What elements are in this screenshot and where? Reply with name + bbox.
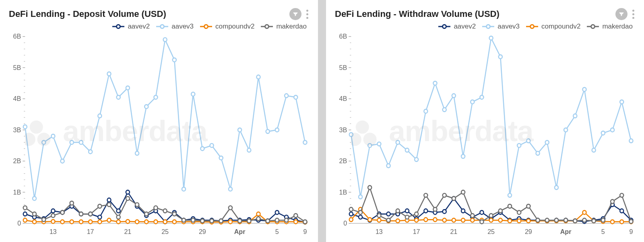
data-point[interactable]	[396, 219, 400, 223]
data-point[interactable]	[471, 218, 474, 222]
data-point[interactable]	[256, 75, 260, 79]
data-point[interactable]	[620, 100, 623, 104]
data-point[interactable]	[219, 156, 223, 160]
data-point[interactable]	[443, 193, 446, 197]
data-point[interactable]	[564, 218, 568, 222]
data-point[interactable]	[489, 36, 493, 40]
data-point[interactable]	[517, 211, 521, 215]
data-point[interactable]	[23, 218, 27, 222]
data-point[interactable]	[191, 218, 195, 222]
data-point[interactable]	[182, 187, 186, 191]
data-point[interactable]	[396, 140, 400, 144]
data-point[interactable]	[452, 218, 456, 222]
data-point[interactable]	[359, 215, 362, 219]
data-point[interactable]	[611, 220, 614, 224]
data-point[interactable]	[79, 140, 83, 144]
data-point[interactable]	[126, 86, 130, 90]
data-point[interactable]	[368, 217, 372, 221]
data-point[interactable]	[182, 218, 186, 222]
data-point[interactable]	[210, 219, 214, 223]
data-point[interactable]	[61, 211, 64, 215]
data-point[interactable]	[144, 212, 148, 216]
data-point[interactable]	[443, 108, 446, 112]
kebab-menu-icon[interactable]	[632, 10, 635, 19]
data-point[interactable]	[135, 203, 139, 207]
data-point[interactable]	[294, 95, 297, 99]
data-point[interactable]	[294, 213, 297, 217]
data-point[interactable]	[582, 218, 586, 222]
data-point[interactable]	[163, 38, 167, 42]
data-point[interactable]	[107, 72, 111, 76]
data-point[interactable]	[173, 212, 176, 216]
data-point[interactable]	[461, 218, 465, 222]
legend-item-aavev3[interactable]: aavev3	[156, 23, 194, 31]
data-point[interactable]	[70, 201, 74, 205]
data-point[interactable]	[61, 220, 64, 224]
data-point[interactable]	[405, 148, 409, 152]
data-point[interactable]	[275, 218, 279, 222]
data-point[interactable]	[452, 94, 456, 98]
data-point[interactable]	[256, 217, 260, 221]
data-point[interactable]	[545, 218, 549, 222]
data-point[interactable]	[154, 95, 157, 99]
data-point[interactable]	[461, 154, 465, 158]
data-point[interactable]	[526, 139, 530, 143]
data-point[interactable]	[89, 212, 92, 216]
legend-item-aavev3[interactable]: aavev3	[482, 23, 520, 31]
data-point[interactable]	[144, 220, 148, 224]
data-point[interactable]	[275, 128, 279, 132]
kebab-menu-icon[interactable]	[305, 10, 309, 19]
data-point[interactable]	[107, 218, 111, 222]
data-point[interactable]	[33, 220, 36, 224]
data-point[interactable]	[405, 209, 409, 213]
data-point[interactable]	[433, 207, 437, 211]
data-point[interactable]	[601, 218, 605, 222]
data-point[interactable]	[499, 218, 502, 222]
data-point[interactable]	[79, 212, 83, 216]
data-point[interactable]	[98, 220, 101, 224]
data-point[interactable]	[51, 213, 55, 217]
data-point[interactable]	[229, 187, 232, 191]
data-point[interactable]	[620, 209, 623, 213]
legend-item-compoundv2[interactable]: compoundv2	[526, 23, 580, 31]
data-point[interactable]	[629, 139, 633, 143]
data-point[interactable]	[349, 207, 353, 211]
data-point[interactable]	[247, 219, 251, 223]
data-point[interactable]	[611, 128, 614, 132]
data-point[interactable]	[545, 140, 549, 144]
data-point[interactable]	[126, 219, 130, 224]
data-point[interactable]	[471, 213, 474, 217]
data-point[interactable]	[601, 131, 605, 135]
data-point[interactable]	[23, 212, 27, 216]
data-point[interactable]	[144, 105, 148, 109]
data-point[interactable]	[70, 220, 74, 224]
data-point[interactable]	[126, 197, 130, 201]
data-point[interactable]	[480, 220, 483, 224]
data-point[interactable]	[461, 209, 465, 213]
data-point[interactable]	[368, 186, 372, 190]
data-point[interactable]	[229, 206, 232, 210]
data-point[interactable]	[89, 150, 92, 154]
legend-item-aavev2[interactable]: aavev2	[112, 23, 150, 31]
data-point[interactable]	[582, 88, 586, 92]
data-point[interactable]	[620, 220, 623, 224]
data-point[interactable]	[611, 199, 614, 203]
data-point[interactable]	[443, 209, 446, 213]
legend-item-aavev2[interactable]: aavev2	[438, 23, 476, 31]
filter-icon[interactable]	[289, 8, 301, 20]
data-point[interactable]	[573, 219, 577, 223]
data-point[interactable]	[415, 158, 418, 162]
data-point[interactable]	[573, 114, 577, 118]
data-point[interactable]	[163, 209, 167, 213]
data-point[interactable]	[135, 151, 139, 155]
data-point[interactable]	[200, 147, 204, 151]
data-point[interactable]	[387, 218, 390, 222]
data-point[interactable]	[173, 220, 176, 224]
data-point[interactable]	[51, 209, 55, 213]
data-point[interactable]	[536, 218, 540, 222]
data-point[interactable]	[210, 144, 214, 148]
data-point[interactable]	[415, 218, 418, 222]
data-point[interactable]	[424, 193, 427, 197]
data-point[interactable]	[98, 215, 101, 219]
data-point[interactable]	[275, 211, 279, 215]
